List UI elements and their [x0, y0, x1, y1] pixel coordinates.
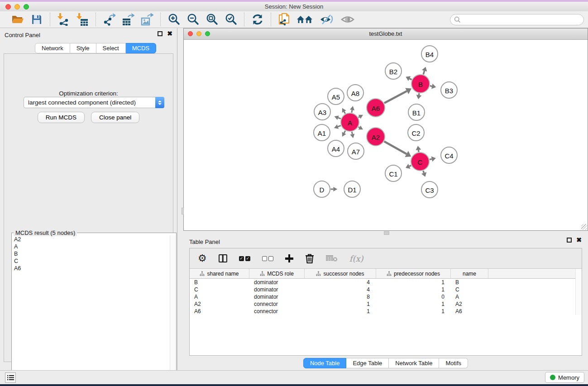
zoom-selected-icon[interactable] [224, 13, 238, 26]
graph-edge-A-A3[interactable] [338, 118, 341, 119]
tab-mcds[interactable]: MCDS [126, 43, 156, 53]
table-cell[interactable]: dominator [249, 293, 305, 300]
graph-edge-B-B1[interactable] [419, 93, 419, 95]
column-header-shared-name[interactable]: shared name [190, 269, 249, 278]
home-icon[interactable] [296, 13, 314, 26]
graph-edge-C-C1[interactable] [409, 166, 411, 167]
graph-node-C[interactable]: C [411, 152, 429, 171]
mcds-result-item[interactable]: A [12, 243, 169, 250]
tab-network[interactable]: Network [35, 43, 70, 53]
show-all-icon[interactable] [340, 13, 355, 26]
zoom-in-icon[interactable] [167, 13, 181, 26]
graph-node-B3[interactable]: B3 [441, 82, 457, 98]
table-cell[interactable]: 1 [376, 300, 451, 308]
refresh-layout-icon[interactable] [251, 13, 264, 26]
graph-node-D[interactable]: D [314, 181, 330, 197]
graph-edge-A-A2[interactable] [359, 127, 359, 128]
table-cell[interactable]: 0 [376, 293, 451, 300]
graph-node-B1[interactable]: B1 [408, 104, 425, 120]
graph-node-A2[interactable]: A2 [367, 128, 385, 146]
tab-edge-table[interactable]: Edge Table [346, 358, 389, 368]
table-cell[interactable]: 8 [305, 293, 376, 300]
graph-node-A8[interactable]: A8 [347, 85, 363, 101]
table-cell[interactable]: 1 [376, 308, 451, 315]
mcds-result-item[interactable]: A6 [12, 265, 169, 272]
table-row-A2[interactable]: A2connector11A2 [190, 300, 582, 308]
tab-select[interactable]: Select [96, 43, 126, 53]
table-row-A6[interactable]: A6connector11A6 [190, 308, 582, 315]
table-cell[interactable]: A6 [190, 308, 249, 315]
graph-edge-B-B2[interactable] [410, 79, 412, 80]
delete-column-icon[interactable] [305, 253, 314, 263]
graph-node-B4[interactable]: B4 [421, 46, 438, 62]
graph-node-C4[interactable]: C4 [441, 147, 457, 163]
import-network-icon[interactable] [57, 13, 70, 26]
graph-edge-A-A6[interactable] [359, 117, 359, 117]
column-header-successor-nodes[interactable]: successor nodes [305, 269, 376, 278]
graph-node-A7[interactable]: A7 [348, 143, 364, 159]
export-image-icon[interactable] [140, 13, 154, 26]
graph-edge-C-C4[interactable] [430, 159, 432, 159]
graph-edge-C-C2[interactable] [418, 150, 419, 152]
table-row-C[interactable]: Cdominator41C [190, 286, 582, 293]
graph-node-A4[interactable]: A4 [328, 140, 344, 157]
table-cell[interactable]: 1 [305, 300, 376, 308]
result-scrollbar[interactable] [170, 235, 176, 386]
search-field[interactable] [450, 14, 584, 25]
table-settings-icon[interactable]: ⚙ [198, 253, 207, 263]
resize-grip-icon[interactable] [581, 224, 587, 230]
table-cell[interactable]: connector [249, 308, 305, 315]
table-cell[interactable]: 4 [305, 279, 376, 286]
graph-edge-A-A8[interactable] [352, 110, 352, 113]
table-cell[interactable]: A [190, 293, 249, 300]
open-session-icon[interactable] [11, 13, 24, 26]
graph-node-A5[interactable]: A5 [328, 88, 344, 105]
graph-node-A[interactable]: A [341, 113, 359, 131]
graph-node-A6[interactable]: A6 [367, 99, 385, 117]
graph-edge-A2-C[interactable] [384, 142, 406, 154]
graph-node-C2[interactable]: C2 [408, 124, 424, 141]
tab-node-table[interactable]: Node Table [303, 358, 347, 368]
table-cell[interactable]: dominator [249, 279, 305, 286]
graph-edge-B-B4[interactable] [423, 71, 424, 74]
graph-node-D1[interactable]: D1 [344, 181, 360, 197]
graph-node-A1[interactable]: A1 [314, 124, 330, 141]
mcds-result-item[interactable]: C [12, 257, 169, 265]
table-cell[interactable]: A [451, 293, 488, 300]
close-panel-button[interactable]: Close panel [91, 112, 139, 123]
graph-edge-A6-B[interactable] [384, 91, 407, 103]
table-cell[interactable]: 1 [376, 279, 451, 286]
horizontal-scroll-thumb[interactable] [384, 231, 389, 235]
graph-edge-A-A7[interactable] [352, 132, 352, 134]
table-row-A[interactable]: Adominator80A [190, 293, 582, 300]
mcds-result-item[interactable]: B [12, 250, 169, 257]
close-panel-icon[interactable]: ✖ [167, 31, 172, 36]
tab-style[interactable]: Style [70, 43, 96, 53]
zoom-out-icon[interactable] [186, 13, 200, 26]
hide-selected-icon[interactable] [319, 13, 335, 26]
export-network-icon[interactable] [102, 13, 116, 26]
graph-edge-A-A4[interactable] [344, 131, 345, 133]
save-session-icon[interactable] [30, 13, 43, 26]
import-table-icon[interactable] [76, 13, 89, 26]
graph-edge-A-A5[interactable] [344, 112, 345, 114]
table-cell[interactable]: A2 [190, 300, 249, 308]
graph-node-A3[interactable]: A3 [314, 104, 330, 120]
memory-button[interactable]: Memory [545, 372, 584, 383]
zoom-fit-icon[interactable] [205, 13, 219, 26]
column-header-MCDS-role[interactable]: MCDS role [249, 269, 305, 278]
add-column-icon[interactable] [285, 254, 293, 262]
table-cell[interactable]: connector [249, 300, 305, 308]
column-header-predecessor-nodes[interactable]: predecessor nodes [376, 269, 451, 278]
float-table-panel-icon[interactable] [567, 238, 572, 243]
vertical-scroll-thumb[interactable] [182, 208, 184, 214]
run-mcds-button[interactable]: Run MCDS [38, 112, 85, 123]
network-window-titlebar[interactable]: testGlobe.txt [184, 29, 588, 40]
graph-edge-B-B3[interactable] [430, 86, 432, 86]
table-cell[interactable]: dominator [249, 286, 305, 293]
table-cell[interactable]: 4 [305, 286, 376, 293]
table-cell[interactable]: A2 [451, 300, 488, 308]
graph-edge-A-A1[interactable] [338, 125, 340, 126]
close-table-panel-icon[interactable]: ✖ [576, 238, 582, 243]
graph-node-B[interactable]: B [411, 75, 430, 93]
